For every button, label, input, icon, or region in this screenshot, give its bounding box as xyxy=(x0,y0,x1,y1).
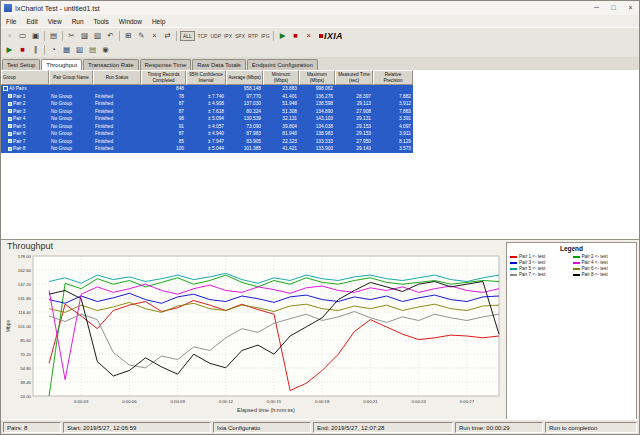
udp-protocol-label[interactable]: UDP xyxy=(209,33,223,39)
table-cell: 101.385 xyxy=(226,145,263,153)
settings-icon[interactable]: ◉ xyxy=(100,44,112,56)
column-header-maximum-mbps-[interactable]: Maximum (Mbps) xyxy=(299,70,335,85)
legend-entry: Pair 8 <- test xyxy=(573,272,634,277)
ipx-protocol-label[interactable]: IPX xyxy=(222,33,233,39)
column-header-95-confidence-interval[interactable]: 95% Confidence Interval xyxy=(186,70,226,85)
table-row-pair-6[interactable]: Pair 6No GroupFinished87± 4.94087.98381.… xyxy=(1,130,413,138)
table-cell: No Group xyxy=(49,123,93,131)
table-row-pair-4[interactable]: Pair 4No GroupFinished98± 5.094130.53932… xyxy=(1,115,413,123)
table-header-row: GroupPair Group NameRun StatusTiming Rec… xyxy=(1,70,639,85)
pair-checkbox-icon[interactable] xyxy=(8,102,12,106)
ipg-protocol-label[interactable]: IPG xyxy=(259,33,271,39)
table-row-pair-1[interactable]: Pair 1No GroupFinished78± 7.74097.77041.… xyxy=(1,93,413,101)
save-test-icon[interactable]: ▣ xyxy=(30,30,42,42)
throughput-chart-svg: 178.00162.60147.20131.80116.40101.0085.6… xyxy=(3,250,505,418)
connect-endpoints-icon[interactable]: ⇄ xyxy=(162,30,174,42)
run-icon[interactable]: ▶ xyxy=(4,44,16,56)
tcp-protocol-label[interactable]: TCP xyxy=(196,33,209,39)
minimize-button[interactable]: ─ xyxy=(588,1,605,15)
maximize-button[interactable]: □ xyxy=(605,1,622,15)
print-icon[interactable]: ▤ xyxy=(48,30,60,42)
pair-checkbox-icon[interactable] xyxy=(8,124,12,128)
clear-results-icon[interactable]: × xyxy=(303,30,315,42)
pair-checkbox-icon[interactable] xyxy=(8,132,12,136)
menu-edit[interactable]: Edit xyxy=(21,18,42,25)
tab-transaction-rate[interactable]: Transaction Rate xyxy=(83,59,138,70)
menu-tools[interactable]: Tools xyxy=(89,18,114,25)
table-cell: ± 5.094 xyxy=(186,115,226,123)
table-cell: 41.401 xyxy=(263,93,299,101)
table-row-pair-8[interactable]: Pair 8No GroupFinished100± 5.044101.3854… xyxy=(1,145,413,153)
stop-test-icon[interactable]: ■ xyxy=(290,30,302,42)
tab-raw-data-totals[interactable]: Raw Data Totals xyxy=(192,59,246,70)
legend-entry: Pair 6 <- test xyxy=(573,266,634,271)
pair-checkbox-icon[interactable] xyxy=(8,117,12,121)
table-row-pair-5[interactable]: Pair 5No GroupFinished91± 4.05773.09039.… xyxy=(1,123,413,131)
menu-window[interactable]: Window xyxy=(114,18,147,25)
pair-checkbox-icon[interactable] xyxy=(8,139,12,143)
column-header-run-status[interactable]: Run Status xyxy=(93,70,141,85)
ixia-logo: IXIA xyxy=(319,31,343,41)
tree-label: Pair 8 xyxy=(1,145,49,153)
table-cell: No Group xyxy=(49,130,93,138)
column-header-pair-group-name[interactable]: Pair Group Name xyxy=(49,70,93,85)
column-header-measured-time-sec-[interactable]: Measured Time (sec) xyxy=(335,70,373,85)
table-cell xyxy=(335,85,373,93)
table-cell: 73.090 xyxy=(226,123,263,131)
all-protocols-button[interactable]: ALL xyxy=(180,31,195,41)
stop-icon[interactable]: ■ xyxy=(17,44,29,56)
table-row-all-pairs[interactable]: -All Pairs848958.14823.883998.062 xyxy=(1,85,413,93)
report-icon[interactable]: ▤ xyxy=(87,44,99,56)
column-header-relative-precision[interactable]: Relative Precision xyxy=(373,70,413,85)
tree-collapse-icon[interactable]: - xyxy=(3,86,8,91)
close-button[interactable]: × xyxy=(622,1,639,15)
table-row-pair-2[interactable]: Pair 2No GroupFinished87± 4.908137.03051… xyxy=(1,100,413,108)
column-header-group[interactable]: Group xyxy=(1,70,49,85)
menu-run[interactable]: Run xyxy=(67,18,89,25)
svg-text:0:00:27: 0:00:27 xyxy=(460,399,475,404)
timer-icon[interactable]: ◔ xyxy=(48,44,60,56)
table-cell: 4.097 xyxy=(373,123,413,131)
pair-checkbox-icon[interactable] xyxy=(8,109,12,113)
pause-icon[interactable]: ∥ xyxy=(30,44,42,56)
table-cell xyxy=(186,85,226,93)
table-row-pair-3[interactable]: Pair 3No GroupFinished87± 7.61880.32451.… xyxy=(1,108,413,116)
pair-checkbox-icon[interactable] xyxy=(8,94,12,98)
table-cell: 83.905 xyxy=(226,138,263,146)
table-cell: 29.113 xyxy=(335,100,373,108)
tab-throughput[interactable]: Throughput xyxy=(41,59,82,70)
table-body: -All Pairs848958.14823.883998.062Pair 1N… xyxy=(1,85,639,153)
column-header-average-mbps-[interactable]: Average (Mbps) xyxy=(226,70,263,85)
column-header-timing-records-completed[interactable]: Timing Records Completed xyxy=(141,70,186,85)
run-test-icon[interactable]: ▶ xyxy=(277,30,289,42)
table-cell: 133.903 xyxy=(299,145,335,153)
legend-color-sample xyxy=(510,262,517,264)
edit-pair-icon[interactable]: ✎ xyxy=(136,30,148,42)
grid-view-icon[interactable]: ▦ xyxy=(61,44,73,56)
table-row-pair-7[interactable]: Pair 7No GroupFinished85± 7.94783.90522.… xyxy=(1,138,413,146)
spx-protocol-label[interactable]: SPX xyxy=(234,33,247,39)
copy-icon[interactable]: ▨ xyxy=(79,30,91,42)
table-cell: 29.153 xyxy=(335,130,373,138)
open-test-icon[interactable]: ▭ xyxy=(17,30,29,42)
cut-icon[interactable]: ✂ xyxy=(66,30,78,42)
undo-icon[interactable]: ↶ xyxy=(105,30,117,42)
window-controls: ─ □ × xyxy=(588,1,639,15)
tab-endpoint-configuration[interactable]: Endpoint Configuration xyxy=(247,59,318,70)
column-header-minimum-mbps-[interactable]: Minimum (Mbps) xyxy=(263,70,299,85)
table-cell: ± 5.044 xyxy=(186,145,226,153)
rtp-protocol-label[interactable]: RTP xyxy=(247,33,260,39)
tab-test-setup[interactable]: Test Setup xyxy=(2,59,40,70)
add-pair-icon[interactable]: ⊞ xyxy=(123,30,135,42)
delete-pair-icon[interactable]: × xyxy=(149,30,161,42)
menu-file[interactable]: File xyxy=(1,18,21,25)
tab-response-time[interactable]: Response Time xyxy=(140,59,192,70)
menu-view[interactable]: View xyxy=(43,18,67,25)
paste-icon[interactable]: ▥ xyxy=(92,30,104,42)
chart-view-icon[interactable]: ▧ xyxy=(74,44,86,56)
svg-text:0:00:06: 0:00:06 xyxy=(122,399,137,404)
tree-label: Pair 7 xyxy=(1,138,49,146)
menu-help[interactable]: Help xyxy=(147,18,170,25)
pair-checkbox-icon[interactable] xyxy=(8,147,12,151)
new-test-icon[interactable]: ▫ xyxy=(4,30,16,42)
